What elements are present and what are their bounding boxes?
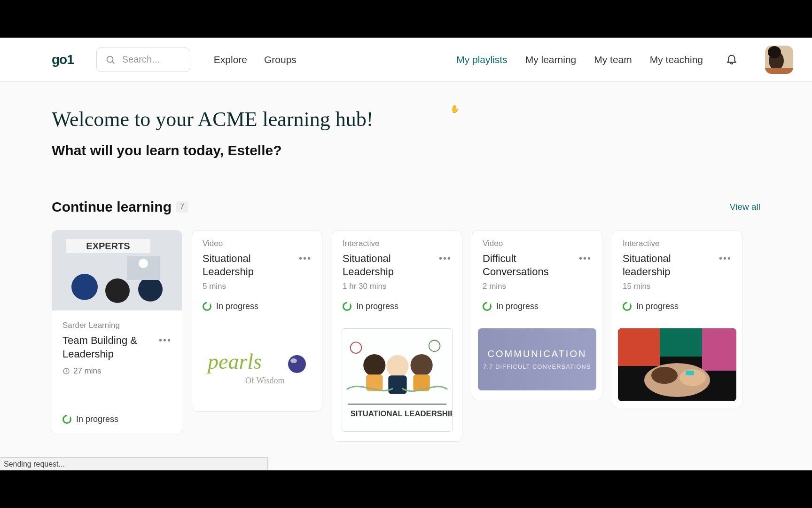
status-row: In progress: [623, 302, 732, 311]
duration-text: 15 mins: [623, 282, 732, 291]
publisher-label: Sarder Learning: [62, 321, 172, 330]
svg-rect-32: [660, 328, 702, 357]
svg-text:pearls: pearls: [206, 349, 262, 373]
course-thumbnail: EXPERTS: [52, 230, 182, 310]
search-box[interactable]: [96, 48, 190, 72]
content-type-label: Interactive: [623, 239, 732, 248]
section-title-wrap: Continue learning 7: [52, 199, 188, 215]
progress-ring-icon: [343, 302, 351, 311]
duration-text: 5 mins: [203, 282, 312, 291]
cards-row: EXPERTS Sarder Learning Team Building & …: [52, 230, 760, 442]
svg-text:Of Wisdom: Of Wisdom: [245, 376, 284, 385]
status-text: In progress: [636, 302, 679, 311]
artwork-line1: COMMUNICATION: [488, 349, 587, 359]
browser-statusbar: Sending request...: [0, 457, 268, 470]
search-icon: [105, 55, 116, 65]
card-body: Video Difficult Conversations ••• 2 mins…: [472, 230, 602, 322]
continue-heading: Continue learning: [52, 199, 172, 215]
svg-point-17: [290, 358, 297, 363]
svg-point-9: [71, 274, 98, 300]
svg-rect-5: [765, 68, 793, 74]
nav-my-teaching[interactable]: My teaching: [650, 54, 703, 65]
svg-point-22: [386, 355, 408, 377]
continue-count-badge: 7: [176, 201, 188, 213]
svg-point-4: [768, 46, 781, 58]
card-body: Sarder Learning Team Building & Leadersh…: [52, 310, 182, 435]
search-input[interactable]: [122, 54, 179, 65]
course-card-3[interactable]: Interactive Situational Leadership ••• 1…: [332, 230, 462, 442]
svg-point-20: [363, 354, 385, 376]
welcome-title: Welcome to your ACME learning hub!: [52, 107, 760, 131]
duration-text: 1 hr 30 mins: [343, 282, 452, 291]
nav-explore[interactable]: Explore: [214, 54, 247, 65]
course-card-5[interactable]: Interactive Situational leadership ••• 1…: [612, 230, 742, 408]
app-frame: go1 Explore Groups My playlists My learn…: [0, 38, 812, 470]
course-card-4[interactable]: Video Difficult Conversations ••• 2 mins…: [472, 230, 602, 400]
status-text: In progress: [216, 302, 258, 311]
letterbox-top: [0, 0, 812, 38]
svg-rect-23: [388, 375, 406, 394]
status-row: In progress: [203, 302, 312, 311]
status-text: In progress: [496, 302, 539, 311]
clock-icon: [62, 367, 70, 375]
progress-ring-icon: [203, 302, 211, 311]
continue-section-header: Continue learning 7 View all: [52, 199, 760, 215]
course-artwork: SITUATIONAL LEADERSHIP: [342, 328, 453, 432]
svg-point-24: [411, 354, 433, 376]
course-artwork: COMMUNICATION 7.7 DIFFICULT CONVERSATION…: [478, 328, 596, 390]
svg-point-0: [107, 56, 113, 62]
status-row: In progress: [483, 302, 592, 311]
svg-rect-31: [618, 328, 660, 366]
card-body: Interactive Situational leadership ••• 1…: [612, 230, 742, 322]
artwork-line2: 7.7 DIFFICULT CONVERSATIONS: [483, 363, 591, 370]
status-text: In progress: [356, 302, 398, 311]
progress-ring-icon: [623, 302, 632, 311]
svg-line-1: [112, 62, 114, 64]
status-row: In progress: [62, 414, 172, 424]
status-row: In progress: [343, 302, 452, 311]
content-type-label: Interactive: [343, 239, 452, 248]
card-more-button[interactable]: •••: [719, 252, 732, 264]
brand-logo: pearls Of Wisdom: [198, 336, 316, 402]
svg-text:EXPERTS: EXPERTS: [86, 241, 130, 251]
status-text: In progress: [76, 414, 118, 424]
view-all-link[interactable]: View all: [730, 202, 760, 212]
avatar[interactable]: [765, 46, 793, 74]
card-title: Situational Leadership: [343, 252, 435, 278]
content-type-label: Video: [203, 239, 312, 248]
duration-text: 27 mins: [73, 366, 102, 376]
card-body: Interactive Situational Leadership ••• 1…: [332, 230, 462, 322]
nav-my-team[interactable]: My team: [594, 54, 632, 65]
main-content: Welcome to your ACME learning hub! What …: [0, 82, 812, 442]
card-body: Video Situational Leadership ••• 5 mins …: [192, 230, 322, 322]
header: go1 Explore Groups My playlists My learn…: [0, 38, 812, 82]
nav-my-learning[interactable]: My learning: [525, 54, 577, 65]
svg-rect-33: [702, 328, 736, 371]
card-more-button[interactable]: •••: [299, 252, 312, 264]
card-more-button[interactable]: •••: [159, 334, 172, 346]
svg-rect-37: [686, 371, 694, 375]
logo[interactable]: go1: [52, 52, 74, 67]
nav-my-playlists[interactable]: My playlists: [456, 54, 508, 65]
svg-point-16: [288, 355, 306, 373]
card-title: Situational leadership: [623, 252, 715, 278]
nav-groups[interactable]: Groups: [264, 54, 297, 65]
card-more-button[interactable]: •••: [579, 252, 592, 264]
bell-icon: [726, 53, 738, 65]
course-artwork: [618, 328, 736, 401]
svg-point-11: [138, 277, 163, 302]
svg-point-10: [105, 278, 130, 303]
svg-text:SITUATIONAL LEADERSHIP: SITUATIONAL LEADERSHIP: [351, 409, 453, 418]
card-title: Difficult Conversations: [483, 252, 575, 278]
letterbox-bottom: [0, 470, 812, 508]
duration-text: 2 mins: [483, 282, 592, 291]
statusbar-text: Sending request...: [4, 460, 65, 468]
nav-left: Explore Groups: [214, 54, 297, 65]
card-more-button[interactable]: •••: [439, 252, 452, 264]
progress-ring-icon: [483, 302, 492, 311]
card-title: Team Building & Leadership: [62, 334, 159, 361]
course-card-2[interactable]: Video Situational Leadership ••• 5 mins …: [192, 230, 322, 412]
notifications-button[interactable]: [726, 53, 738, 67]
course-card-1[interactable]: EXPERTS Sarder Learning Team Building & …: [52, 230, 182, 435]
welcome-subtitle: What will you learn today, Estelle?: [52, 143, 760, 159]
